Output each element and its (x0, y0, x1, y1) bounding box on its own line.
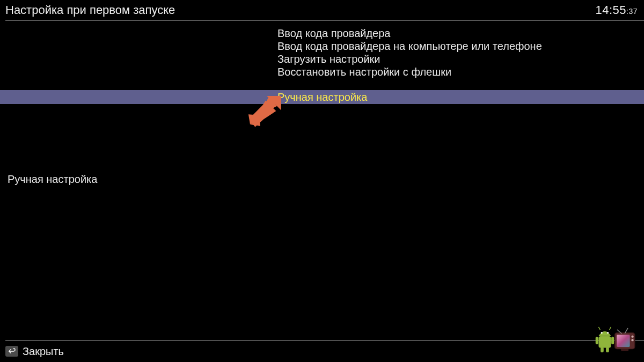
menu-item-manual-setup[interactable]: Ручная настройка (0, 90, 644, 104)
clock: 14:55:37 (595, 3, 638, 17)
svg-rect-25 (606, 347, 609, 352)
svg-point-13 (631, 339, 633, 341)
menu-item-provider-code[interactable]: Ввод кода провайдера (0, 27, 644, 40)
menu-item-restore-from-usb[interactable]: Восстановить настройки с флешки (0, 65, 644, 78)
svg-line-19 (598, 327, 600, 330)
header-bar: Настройка при первом запуске 14:55:37 (0, 0, 644, 21)
svg-point-17 (601, 332, 603, 334)
svg-point-12 (631, 336, 633, 338)
clock-hours-minutes: 14:55 (595, 3, 626, 17)
pointer-arrow-icon-overlay (243, 90, 284, 132)
selection-description: Ручная настройка (8, 173, 97, 186)
close-button-label[interactable]: Закрыть (23, 345, 64, 358)
clock-seconds: :37 (626, 7, 638, 16)
page-title: Настройка при первом запуске (5, 3, 175, 17)
svg-rect-16 (621, 349, 628, 351)
menu-item-load-settings[interactable]: Загрузить настройки (0, 53, 644, 65)
back-icon[interactable] (5, 346, 18, 357)
divider-top (5, 20, 644, 21)
setup-menu: Ввод кода провайдера Ввод кода провайдер… (0, 27, 644, 104)
svg-rect-22 (596, 337, 598, 344)
svg-rect-24 (601, 347, 604, 352)
svg-rect-21 (598, 336, 611, 348)
svg-point-18 (607, 332, 609, 334)
svg-rect-23 (611, 337, 614, 344)
menu-gap (0, 78, 644, 90)
android-tv-mascot-icon (592, 319, 639, 359)
svg-line-20 (610, 327, 611, 330)
footer-bar: Закрыть (0, 341, 644, 362)
svg-rect-11 (617, 335, 630, 347)
menu-item-provider-code-remote[interactable]: Ввод кода провайдера на компьютере или т… (0, 40, 644, 53)
